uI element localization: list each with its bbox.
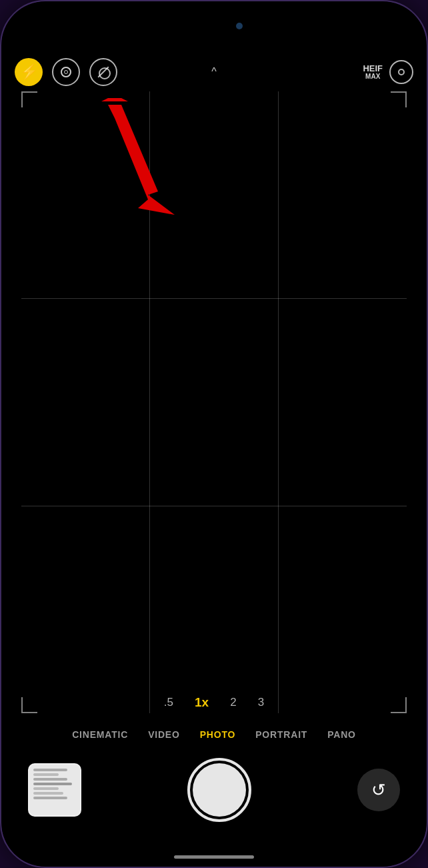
dynamic-island: [171, 13, 257, 39]
zoom-0-5[interactable]: .5: [164, 696, 173, 709]
thumb-line-2: [33, 773, 59, 776]
grid-line-v1: [149, 91, 150, 713]
thumb-line-7: [33, 797, 67, 799]
hdr-inner-circle: [64, 70, 68, 74]
zoom-3[interactable]: 3: [258, 696, 264, 709]
thumb-line-4: [33, 783, 72, 785]
thumb-line-6: [33, 792, 63, 795]
bottom-controls: ↺: [1, 753, 427, 827]
grid-line-v2: [278, 91, 279, 713]
photo-thumbnail[interactable]: [28, 763, 81, 817]
shutter-button[interactable]: [187, 758, 251, 822]
raw-button[interactable]: [389, 60, 413, 84]
front-camera-dot: [236, 23, 243, 29]
mode-pano[interactable]: PANO: [327, 729, 356, 740]
hdr-button[interactable]: [52, 58, 80, 86]
flash-icon: ⚡: [20, 63, 38, 81]
screen: ⚡ ^ HEIF MAX: [1, 1, 427, 867]
top-controls-bar: ⚡ ^ HEIF MAX: [1, 53, 427, 91]
flip-icon: ↺: [371, 780, 386, 801]
grid-overlay: [21, 91, 407, 713]
expand-controls-button[interactable]: ^: [203, 61, 225, 83]
zoom-2[interactable]: 2: [230, 696, 236, 709]
phone-frame: ⚡ ^ HEIF MAX: [0, 0, 428, 868]
thumb-line-1: [33, 769, 67, 771]
raw-icon: [398, 69, 405, 75]
grid-line-h2: [21, 506, 407, 506]
top-controls-right: HEIF MAX: [225, 60, 413, 84]
live-photo-icon: [97, 66, 109, 78]
mode-photo[interactable]: PHOTO: [200, 729, 236, 740]
mode-video[interactable]: VIDEO: [148, 729, 180, 740]
live-photo-button[interactable]: [89, 58, 117, 86]
mode-portrait[interactable]: PORTRAIT: [255, 729, 307, 740]
thumb-line-5: [33, 787, 59, 790]
max-text: MAX: [365, 73, 380, 80]
heif-text: HEIF: [363, 64, 383, 73]
top-controls-left: ⚡: [15, 58, 203, 86]
zoom-controls: .5 1x 2 3: [1, 695, 427, 710]
shutter-inner: [193, 763, 246, 817]
heif-label[interactable]: HEIF MAX: [363, 64, 383, 80]
top-controls-center: ^: [203, 61, 225, 83]
mode-selector: CINEMATIC VIDEO PHOTO PORTRAIT PANO: [1, 721, 427, 748]
flash-button[interactable]: ⚡: [15, 58, 43, 86]
flip-camera-button[interactable]: ↺: [357, 769, 400, 811]
hdr-icon: [61, 67, 71, 77]
thumb-line-3: [33, 778, 67, 781]
home-indicator[interactable]: [174, 855, 254, 859]
grid-line-h1: [21, 298, 407, 299]
zoom-1x[interactable]: 1x: [195, 695, 209, 710]
grid-lines-inner: [21, 91, 407, 713]
mode-cinematic[interactable]: CINEMATIC: [72, 729, 128, 740]
